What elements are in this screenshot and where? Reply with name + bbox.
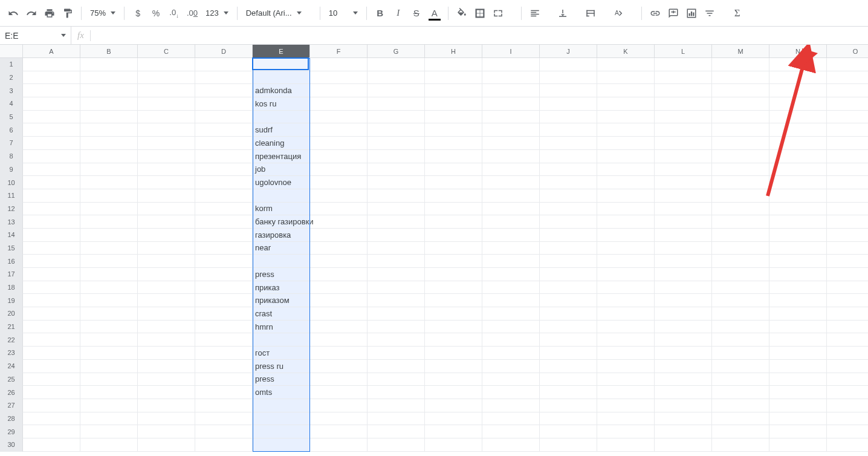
cell[interactable]	[712, 176, 769, 189]
cell[interactable]	[597, 321, 655, 334]
cell[interactable]	[138, 137, 195, 150]
cell[interactable]	[368, 399, 425, 412]
cell[interactable]	[655, 333, 712, 347]
cell[interactable]	[769, 360, 827, 373]
insert-chart-button[interactable]	[683, 5, 700, 22]
cell[interactable]	[23, 360, 80, 373]
cell[interactable]	[368, 215, 425, 229]
cell[interactable]	[23, 294, 80, 307]
cell[interactable]	[482, 84, 540, 97]
cell[interactable]	[540, 242, 597, 255]
vertical-align-dropdown[interactable]	[572, 5, 581, 22]
cell[interactable]: гост	[253, 347, 310, 360]
cell[interactable]	[540, 412, 597, 426]
cell[interactable]	[310, 189, 368, 203]
cell[interactable]	[310, 333, 368, 347]
cell[interactable]	[597, 242, 655, 255]
cell[interactable]	[368, 203, 425, 216]
cell[interactable]	[425, 71, 482, 85]
cell[interactable]	[540, 347, 597, 360]
cell[interactable]	[712, 163, 769, 177]
cell[interactable]	[310, 412, 368, 426]
cell[interactable]	[253, 425, 310, 438]
cell[interactable]	[80, 294, 138, 307]
cell[interactable]	[712, 268, 769, 281]
cell[interactable]	[310, 84, 368, 97]
cell[interactable]	[655, 412, 712, 426]
cell[interactable]	[368, 425, 425, 438]
cell[interactable]	[368, 281, 425, 295]
cell[interactable]	[827, 58, 868, 71]
cell[interactable]	[827, 163, 868, 177]
row-header[interactable]: 14	[0, 229, 23, 242]
cell[interactable]	[482, 150, 540, 163]
cell[interactable]	[368, 268, 425, 281]
cell[interactable]	[712, 425, 769, 438]
cell[interactable]	[425, 347, 482, 360]
cell[interactable]	[368, 294, 425, 307]
cell[interactable]	[769, 58, 827, 71]
cell[interactable]	[310, 242, 368, 255]
cell[interactable]	[597, 163, 655, 177]
cell[interactable]	[827, 307, 868, 321]
cell[interactable]	[769, 203, 827, 216]
cell[interactable]	[80, 84, 138, 97]
cell[interactable]	[23, 150, 80, 163]
cell[interactable]	[80, 229, 138, 242]
cell[interactable]	[195, 333, 253, 347]
cell[interactable]	[138, 163, 195, 177]
cell[interactable]	[655, 229, 712, 242]
cell[interactable]	[310, 386, 368, 399]
cell[interactable]	[655, 111, 712, 124]
cell[interactable]	[827, 137, 868, 150]
row-header[interactable]: 10	[0, 176, 23, 189]
cell[interactable]	[712, 255, 769, 268]
cell[interactable]	[195, 425, 253, 438]
cell[interactable]	[23, 163, 80, 177]
cell[interactable]	[195, 176, 253, 189]
cell[interactable]	[712, 84, 769, 97]
cell[interactable]	[769, 229, 827, 242]
row-header[interactable]: 29	[0, 425, 23, 438]
cell[interactable]	[655, 176, 712, 189]
cells-area[interactable]: admkondakos rusudrfcleaningпрезентацияjo…	[23, 58, 868, 456]
cell[interactable]	[712, 386, 769, 399]
cell[interactable]	[368, 150, 425, 163]
cell[interactable]	[655, 203, 712, 216]
column-header-M[interactable]: M	[712, 45, 769, 58]
cell[interactable]	[827, 438, 868, 452]
row-header[interactable]: 2	[0, 71, 23, 85]
cell[interactable]	[80, 425, 138, 438]
cell[interactable]	[310, 438, 368, 452]
cell[interactable]	[597, 215, 655, 229]
cell[interactable]	[368, 137, 425, 150]
cell[interactable]	[597, 347, 655, 360]
cell[interactable]	[310, 229, 368, 242]
cell[interactable]	[827, 399, 868, 412]
cell[interactable]	[827, 386, 868, 399]
cell[interactable]	[80, 163, 138, 177]
cell[interactable]	[195, 111, 253, 124]
cell[interactable]	[23, 189, 80, 203]
cell[interactable]	[138, 58, 195, 71]
filter-dropdown[interactable]	[719, 5, 728, 22]
cell[interactable]	[712, 307, 769, 321]
cell[interactable]	[195, 360, 253, 373]
cell[interactable]	[482, 255, 540, 268]
cell[interactable]: job	[253, 163, 310, 177]
cell[interactable]	[195, 163, 253, 177]
cell[interactable]	[368, 176, 425, 189]
cell[interactable]	[80, 137, 138, 150]
cell[interactable]	[368, 242, 425, 255]
cell[interactable]	[655, 281, 712, 295]
cell[interactable]	[769, 281, 827, 295]
cell[interactable]	[195, 58, 253, 71]
cell[interactable]	[482, 203, 540, 216]
cell[interactable]	[769, 84, 827, 97]
cell[interactable]	[310, 123, 368, 137]
cell[interactable]	[482, 268, 540, 281]
cell[interactable]	[540, 137, 597, 150]
column-header-H[interactable]: H	[425, 45, 482, 58]
cell[interactable]	[80, 360, 138, 373]
cell[interactable]	[368, 123, 425, 137]
